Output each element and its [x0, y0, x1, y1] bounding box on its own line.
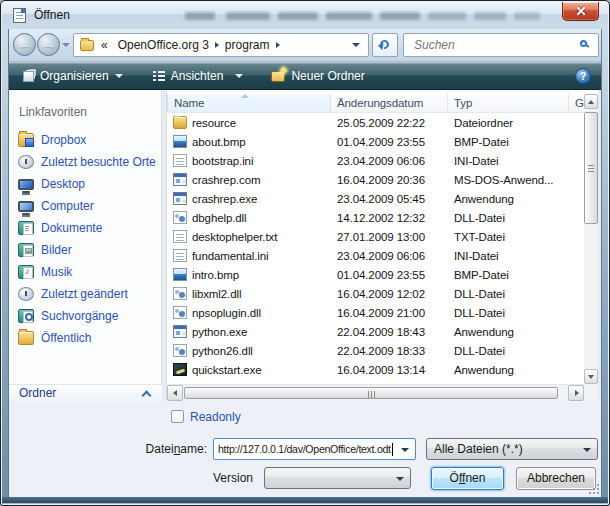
navigation-bar: ← → « OpenOffice.org 3 program	[9, 29, 601, 62]
sidebar-item-icon	[18, 155, 34, 169]
resize-grip[interactable]	[588, 484, 599, 495]
filetype-combo[interactable]: Alle Dateien (*.*)	[426, 438, 598, 460]
window-frame-left	[2, 28, 9, 497]
sidebar-item[interactable]: Dropbox	[9, 129, 162, 151]
open-button[interactable]: Öffnen	[431, 467, 504, 490]
filename-label: Dateiname:	[9, 442, 207, 456]
background-window-menu-blur	[474, 12, 506, 20]
forward-button[interactable]: →	[37, 33, 60, 56]
scroll-left-button[interactable]	[167, 385, 183, 401]
vertical-scrollbar-thumb[interactable]	[584, 112, 598, 224]
file-modified-date: 22.04.2009 18:33	[331, 345, 448, 357]
sidebar-item[interactable]: Computer	[9, 195, 162, 217]
sidebar-item-icon	[18, 133, 34, 147]
views-grid-icon	[153, 71, 165, 82]
column-header-name[interactable]: Name	[167, 94, 331, 112]
file-row[interactable]: crashrep.com 16.04.2009 20:36 MS-DOS-Anw…	[167, 170, 584, 189]
background-window-menu-blur	[380, 12, 420, 20]
sidebar-item[interactable]: Zuletzt geändert	[9, 283, 162, 305]
horizontal-scrollbar[interactable]	[167, 384, 584, 401]
version-dropdown-icon	[396, 477, 404, 481]
file-row[interactable]: desktophelper.txt 27.01.2009 13:00 TXT-D…	[167, 227, 584, 246]
column-header-size[interactable]: G	[569, 94, 584, 112]
column-header-type[interactable]: Typ	[448, 94, 569, 112]
search-input[interactable]	[412, 37, 572, 53]
file-row[interactable]: npsoplugin.dll 16.04.2009 21:00 DLL-Date…	[167, 303, 584, 322]
file-row[interactable]: fundamental.ini 23.04.2009 06:06 INI-Dat…	[167, 246, 584, 265]
close-button[interactable]	[562, 2, 599, 21]
vertical-scrollbar[interactable]	[584, 94, 598, 384]
readonly-checkbox[interactable]	[171, 410, 184, 423]
filename-dropdown-icon[interactable]	[401, 448, 409, 452]
help-button[interactable]: ?	[575, 68, 591, 84]
file-row[interactable]: crashrep.exe 23.04.2009 05:45 Anwendung	[167, 189, 584, 208]
organize-label: Organisieren	[40, 69, 109, 83]
file-row[interactable]: resource 25.05.2009 22:22 Dateiordner	[167, 113, 584, 132]
file-name: dbghelp.dll	[192, 212, 247, 224]
sidebar-item-label: Dropbox	[41, 133, 86, 147]
cancel-button[interactable]: Abbrechen	[516, 467, 596, 490]
titlebar: Öffnen	[2, 2, 608, 29]
history-dropdown-icon[interactable]	[62, 43, 70, 47]
folder-icon[interactable]	[80, 40, 94, 51]
thumb-grip	[371, 391, 372, 398]
organize-button[interactable]: Organisieren	[15, 65, 131, 87]
column-header-modified[interactable]: Änderungsdatum	[331, 94, 448, 112]
file-row[interactable]: about.bmp 01.04.2009 23:55 BMP-Datei	[167, 132, 584, 151]
file-type: Anwendung	[448, 364, 584, 376]
breadcrumb-item[interactable]: OpenOffice.org 3	[113, 38, 214, 52]
file-type-icon	[173, 154, 187, 167]
background-window-menu-blur	[185, 12, 215, 20]
address-dropdown-icon[interactable]	[352, 43, 360, 47]
window-title: Öffnen	[34, 8, 70, 22]
version-combo[interactable]	[264, 467, 411, 489]
scroll-right-button[interactable]	[568, 385, 584, 401]
file-row[interactable]: quickstart.exe 16.04.2009 13:14 Anwendun…	[167, 360, 584, 379]
search-icon[interactable]	[580, 40, 587, 47]
sidebar-item[interactable]: Desktop	[9, 173, 162, 195]
scrollbar-corner	[584, 384, 598, 401]
file-row[interactable]: dbghelp.dll 14.12.2002 12:32 DLL-Datei	[167, 208, 584, 227]
horizontal-scrollbar-thumb[interactable]	[184, 387, 558, 399]
chevron-right-icon[interactable]	[276, 42, 280, 48]
file-type-icon	[173, 287, 187, 300]
breadcrumb-item[interactable]: program	[220, 38, 275, 52]
file-row[interactable]: intro.bmp 01.04.2009 23:55 BMP-Datei	[167, 265, 584, 284]
new-folder-button[interactable]: Neuer Ordner	[263, 65, 372, 87]
refresh-button[interactable]	[372, 33, 398, 57]
chevron-right-icon[interactable]	[215, 42, 219, 48]
scroll-down-button[interactable]	[584, 369, 598, 384]
folders-expander[interactable]: Ordner	[9, 384, 162, 401]
views-button[interactable]: Ansichten	[145, 65, 252, 87]
file-row[interactable]: libxml2.dll 16.04.2009 12:02 DLL-Datei	[167, 284, 584, 303]
views-label: Ansichten	[171, 69, 224, 83]
sidebar-item[interactable]: Dokumente	[9, 217, 162, 239]
sidebar-item-label: Zuletzt geändert	[41, 287, 128, 301]
triangle-down-icon	[588, 375, 594, 379]
sidebar-item[interactable]: Öffentlich	[9, 327, 162, 349]
file-type: Anwendung	[448, 326, 584, 338]
arrow-right-icon: →	[42, 37, 55, 52]
triangle-right-icon	[575, 390, 579, 396]
background-window-menu-blur	[226, 12, 270, 20]
file-row[interactable]: python.exe 22.04.2009 18:43 Anwendung	[167, 322, 584, 341]
file-type: DLL-Datei	[448, 288, 584, 300]
sidebar-item[interactable]: Zuletzt besuchte Orte	[9, 151, 162, 173]
sidebar-item[interactable]: Musik	[9, 261, 162, 283]
file-row[interactable]: python26.dll 22.04.2009 18:33 DLL-Datei	[167, 341, 584, 360]
breadcrumb[interactable]: « OpenOffice.org 3 program	[73, 33, 369, 57]
file-row[interactable]: bootstrap.ini 23.04.2009 06:06 INI-Datei	[167, 151, 584, 170]
file-type: Anwendung	[448, 193, 584, 205]
document-icon	[13, 8, 26, 23]
sidebar-item-icon	[18, 243, 34, 257]
sidebar-item-icon	[18, 265, 34, 279]
back-button[interactable]: ←	[13, 33, 36, 56]
sidebar-item[interactable]: Bilder	[9, 239, 162, 261]
sidebar-item[interactable]: Suchvorgänge	[9, 305, 162, 327]
favorites-sidebar: Linkfavoriten Dropbox Zuletzt besuchte O…	[9, 90, 162, 401]
breadcrumb-overflow-chevrons[interactable]: «	[101, 38, 108, 52]
scroll-up-button[interactable]	[584, 94, 598, 109]
file-modified-date: 01.04.2009 23:55	[331, 269, 448, 281]
file-modified-date: 16.04.2009 13:14	[331, 364, 448, 376]
filename-input[interactable]: http://127.0.0.1/dav/OpenOffice/text.odt	[213, 438, 416, 460]
